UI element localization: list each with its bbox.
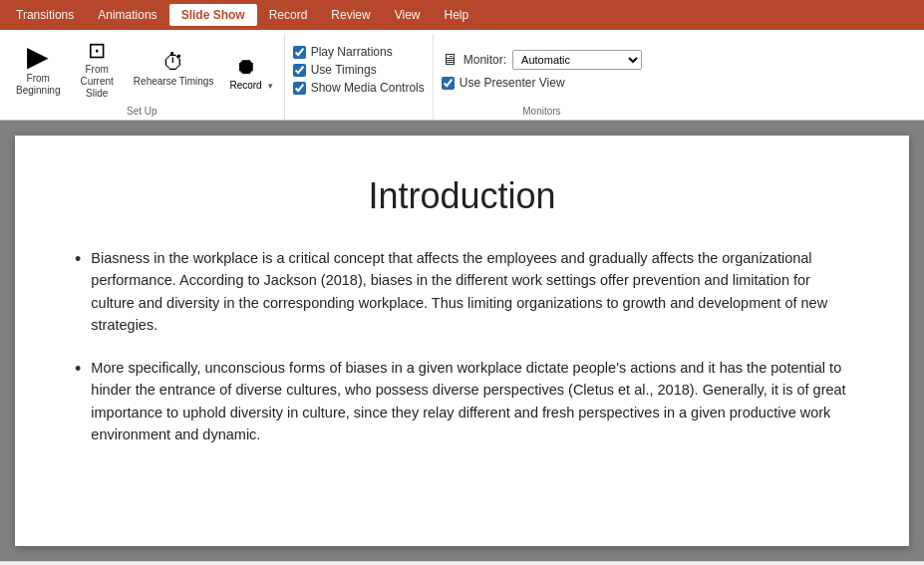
use-presenter-view-checkbox[interactable]: Use Presenter View (442, 76, 642, 90)
monitor-icon: 🖥 (442, 51, 458, 69)
bullet-item-1: • Biasness in the workplace is a critica… (75, 247, 849, 337)
from-current-button[interactable]: ⊡ FromCurrentSlide (72, 36, 121, 104)
play-narrations-label: Play Narrations (311, 45, 393, 59)
bullet-dot-2: • (75, 357, 81, 446)
bullet-item-2: • More specifically, unconscious forms o… (75, 357, 849, 446)
use-timings-input[interactable] (293, 64, 306, 77)
use-presenter-view-input[interactable] (442, 77, 455, 90)
monitor-section: 🖥 Monitor: Automatic Primary Monitor Use… (442, 46, 642, 94)
bullet-text-1: Biasness in the workplace is a critical … (91, 247, 849, 337)
show-media-controls-checkbox[interactable]: Show Media Controls (293, 81, 425, 95)
checkboxes-group-label (293, 104, 425, 120)
checkboxes-group: Play Narrations Use Timings Show Media C… (285, 34, 434, 120)
rehearse-timings-label: Rehearse Timings (134, 76, 214, 88)
from-current-label: FromCurrentSlide (80, 64, 113, 100)
tab-record[interactable]: Record (257, 4, 320, 26)
tab-animations[interactable]: Animations (86, 4, 168, 26)
rehearse-timings-button[interactable]: ⏱ Rehearse Timings (126, 48, 222, 92)
from-beginning-button[interactable]: ▶ FromBeginning (8, 39, 68, 101)
bullet-dot-1: • (75, 247, 81, 337)
slide-container: Introduction • Biasness in the workplace… (0, 121, 924, 561)
monitors-group-label: Monitors (442, 104, 642, 120)
record-button-group: ⏺ Record ▾ (225, 46, 275, 95)
setup-group: ▶ FromBeginning ⊡ FromCurrentSlide ⏱ Reh… (0, 34, 285, 120)
use-presenter-view-label: Use Presenter View (460, 76, 565, 90)
slide-body: • Biasness in the workplace is a critica… (75, 247, 849, 446)
monitors-content: 🖥 Monitor: Automatic Primary Monitor Use… (442, 36, 642, 104)
setup-group-label: Set Up (8, 104, 276, 120)
bullet-text-2: More specifically, unconscious forms of … (91, 357, 849, 446)
tab-transitions[interactable]: Transitions (4, 4, 86, 26)
slide: Introduction • Biasness in the workplace… (15, 136, 909, 546)
tab-bar: Transitions Animations Slide Show Record… (0, 0, 924, 30)
show-media-controls-label: Show Media Controls (311, 81, 425, 95)
tab-slideshow[interactable]: Slide Show (169, 4, 257, 26)
tab-view[interactable]: View (383, 4, 433, 26)
play-narrations-input[interactable] (293, 46, 306, 59)
status-bar (0, 561, 924, 565)
from-beginning-icon: ▶ (27, 43, 49, 71)
record-icon: ⏺ (235, 54, 257, 80)
slide-title: Introduction (75, 175, 849, 217)
use-timings-label: Use Timings (311, 63, 377, 77)
tab-review[interactable]: Review (319, 4, 382, 26)
monitor-select[interactable]: Automatic Primary Monitor (512, 50, 642, 70)
play-narrations-checkbox[interactable]: Play Narrations (293, 45, 425, 59)
from-beginning-label: FromBeginning (16, 73, 60, 97)
monitor-row: 🖥 Monitor: Automatic Primary Monitor (442, 50, 642, 70)
tab-help[interactable]: Help (432, 4, 480, 26)
use-timings-checkbox[interactable]: Use Timings (293, 63, 425, 77)
rehearse-timings-icon: ⏱ (162, 52, 184, 74)
record-dropdown-arrow[interactable]: ▾ (266, 46, 276, 95)
ribbon: ▶ FromBeginning ⊡ FromCurrentSlide ⏱ Reh… (0, 30, 924, 121)
show-media-controls-input[interactable] (293, 82, 306, 95)
setup-group-content: ▶ FromBeginning ⊡ FromCurrentSlide ⏱ Reh… (8, 36, 276, 104)
record-button[interactable]: ⏺ Record (225, 46, 265, 95)
record-label: Record (229, 80, 261, 91)
monitors-group: 🖥 Monitor: Automatic Primary Monitor Use… (434, 34, 650, 120)
checkboxes-content: Play Narrations Use Timings Show Media C… (293, 36, 425, 104)
from-current-icon: ⊡ (88, 40, 106, 62)
main-area: Introduction • Biasness in the workplace… (0, 121, 924, 561)
monitor-label: Monitor: (463, 53, 506, 67)
checkbox-list: Play Narrations Use Timings Show Media C… (293, 41, 425, 99)
